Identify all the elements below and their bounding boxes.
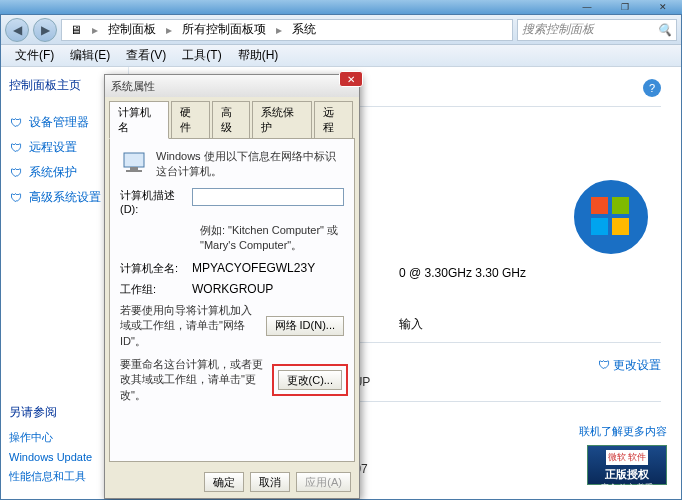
cancel-button[interactable]: 取消 bbox=[250, 472, 290, 492]
netid-text: 若要使用向导将计算机加入域或工作组，请单击"网络 ID"。 bbox=[120, 303, 258, 349]
dialog-intro: Windows 使用以下信息在网络中标识这台计算机。 bbox=[156, 149, 344, 180]
network-id-button[interactable]: 网络 ID(N)... bbox=[266, 316, 345, 336]
shield-icon: 🛡 bbox=[9, 191, 23, 205]
dialog-tabs: 计算机名 硬件 高级 系统保护 远程 bbox=[105, 97, 359, 138]
search-placeholder: 搜索控制面板 bbox=[522, 21, 594, 38]
help-icon[interactable]: ? bbox=[643, 79, 661, 97]
input-tail: 输入 bbox=[399, 316, 423, 333]
sidebar-link-action-center[interactable]: 操作中心 bbox=[9, 427, 119, 448]
shield-icon: 🛡 bbox=[9, 166, 23, 180]
menu-bar: 文件(F) 编辑(E) 查看(V) 工具(T) 帮助(H) bbox=[1, 45, 681, 67]
menu-tools[interactable]: 工具(T) bbox=[176, 45, 227, 66]
tab-remote[interactable]: 远程 bbox=[314, 101, 353, 138]
change-settings-link[interactable]: 🛡 更改设置 bbox=[598, 357, 661, 374]
navigation-bar: ◀ ▶ 🖥 ▸ 控制面板 ▸ 所有控制面板项 ▸ 系统 搜索控制面板 🔍 bbox=[1, 15, 681, 45]
windows-logo-icon bbox=[571, 177, 651, 257]
svg-point-0 bbox=[573, 179, 649, 255]
breadcrumb-control-panel[interactable]: 控制面板 bbox=[104, 21, 160, 38]
computer-icon bbox=[120, 149, 148, 177]
svg-rect-2 bbox=[612, 197, 629, 214]
genuine-badge: 微软 软件 正版授权 安全 放心 尊重 bbox=[587, 445, 667, 485]
chevron-right-icon: ▸ bbox=[272, 23, 286, 37]
breadcrumb[interactable]: 🖥 ▸ 控制面板 ▸ 所有控制面板项 ▸ 系统 bbox=[61, 19, 513, 41]
desc-hint: 例如: "Kitchen Computer" 或 "Mary's Compute… bbox=[200, 223, 344, 253]
menu-edit[interactable]: 编辑(E) bbox=[64, 45, 116, 66]
svg-rect-4 bbox=[612, 218, 629, 235]
sidebar-item-label: 设备管理器 bbox=[29, 114, 89, 131]
svg-rect-5 bbox=[124, 153, 144, 167]
dialog-actions: 确定 取消 应用(A) bbox=[105, 466, 359, 498]
dialog-title: 系统属性 bbox=[105, 75, 359, 97]
sidebar-item-label: 系统保护 bbox=[29, 164, 77, 181]
svg-rect-7 bbox=[126, 170, 142, 172]
cpu-value-tail: 0 @ 3.30GHz 3.30 GHz bbox=[399, 266, 526, 280]
sidebar-link-windows-update[interactable]: Windows Update bbox=[9, 448, 119, 466]
sidebar-footer-title: 另请参阅 bbox=[9, 404, 119, 421]
back-button[interactable]: ◀ bbox=[5, 18, 29, 42]
chevron-right-icon: ▸ bbox=[162, 23, 176, 37]
breadcrumb-all-items[interactable]: 所有控制面板项 bbox=[178, 21, 270, 38]
badge-bot: 安全 放心 尊重 bbox=[592, 482, 662, 493]
change-text: 要重命名这台计算机，或者更改其域或工作组，请单击"更改"。 bbox=[120, 357, 268, 403]
computer-description-input[interactable] bbox=[192, 188, 344, 206]
sidebar-item-label: 远程设置 bbox=[29, 139, 77, 156]
svg-rect-6 bbox=[130, 167, 138, 170]
search-input[interactable]: 搜索控制面板 🔍 bbox=[517, 19, 677, 41]
forward-button[interactable]: ▶ bbox=[33, 18, 57, 42]
close-button[interactable]: ✕ bbox=[644, 0, 682, 14]
change-button[interactable]: 更改(C)... bbox=[278, 370, 342, 390]
fullname-value: MPYACYOFEGWL23Y bbox=[192, 261, 315, 276]
tab-hardware[interactable]: 硬件 bbox=[171, 101, 210, 138]
online-help-link[interactable]: 联机了解更多内容 bbox=[579, 424, 667, 439]
tab-advanced[interactable]: 高级 bbox=[212, 101, 251, 138]
svg-rect-3 bbox=[591, 218, 608, 235]
search-icon: 🔍 bbox=[657, 23, 672, 37]
ok-button[interactable]: 确定 bbox=[204, 472, 244, 492]
minimize-button[interactable]: — bbox=[568, 0, 606, 14]
menu-help[interactable]: 帮助(H) bbox=[232, 45, 285, 66]
dialog-body: Windows 使用以下信息在网络中标识这台计算机。 计算机描述(D): 例如:… bbox=[109, 138, 355, 462]
computer-icon: 🖥 bbox=[66, 23, 86, 37]
workgroup-value: WORKGROUP bbox=[192, 282, 273, 297]
fullname-label: 计算机全名: bbox=[120, 261, 192, 276]
sidebar-item-label: 高级系统设置 bbox=[29, 189, 101, 206]
tab-protection[interactable]: 系统保护 bbox=[252, 101, 312, 138]
highlight-annotation: 更改(C)... bbox=[272, 364, 348, 396]
breadcrumb-system[interactable]: 系统 bbox=[288, 21, 320, 38]
dialog-close-button[interactable]: ✕ bbox=[339, 71, 363, 87]
tab-computer-name[interactable]: 计算机名 bbox=[109, 101, 169, 139]
maximize-button[interactable]: ❐ bbox=[606, 0, 644, 14]
system-properties-dialog: 系统属性 ✕ 计算机名 硬件 高级 系统保护 远程 Windows 使用以下信息… bbox=[104, 74, 360, 499]
sidebar-link-performance[interactable]: 性能信息和工具 bbox=[9, 466, 119, 487]
apply-button[interactable]: 应用(A) bbox=[296, 472, 351, 492]
workgroup-label: 工作组: bbox=[120, 282, 192, 297]
desc-label: 计算机描述(D): bbox=[120, 188, 184, 215]
chevron-right-icon: ▸ bbox=[88, 23, 102, 37]
menu-view[interactable]: 查看(V) bbox=[120, 45, 172, 66]
badge-mid: 正版授权 bbox=[592, 467, 662, 482]
badge-top: 微软 软件 bbox=[606, 450, 649, 465]
menu-file[interactable]: 文件(F) bbox=[9, 45, 60, 66]
shield-icon: 🛡 bbox=[9, 116, 23, 130]
shield-icon: 🛡 bbox=[9, 141, 23, 155]
svg-rect-1 bbox=[591, 197, 608, 214]
